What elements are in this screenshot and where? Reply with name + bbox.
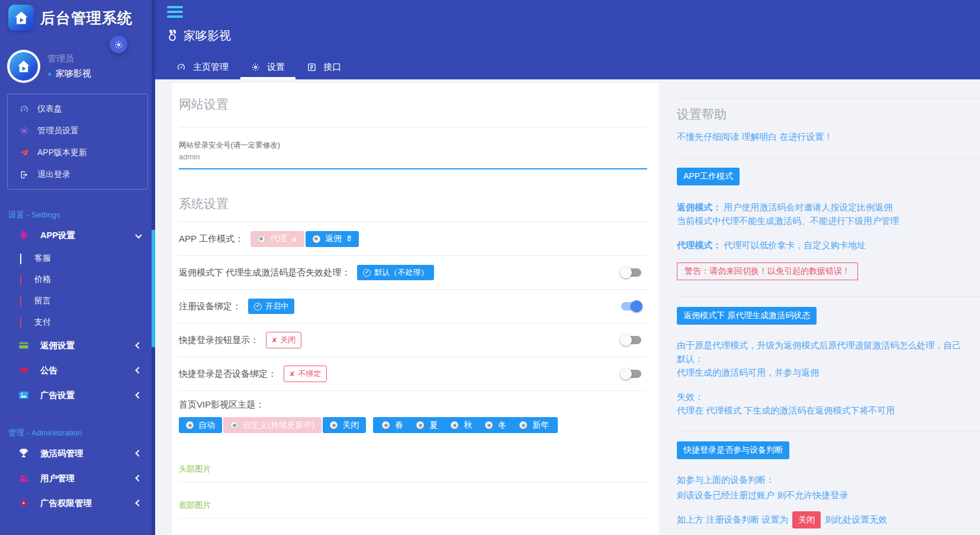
- sidebar-subitem-payment[interactable]: 支付: [0, 312, 155, 333]
- chevron-left-icon: [135, 367, 142, 373]
- radio-icon: [186, 421, 194, 429]
- radio-icon: [313, 235, 320, 243]
- image-icon: [18, 390, 30, 401]
- gears-icon: [18, 126, 30, 136]
- chevron-left-icon: [135, 499, 142, 506]
- settings-fab-button[interactable]: [110, 36, 127, 53]
- lock-icon: [291, 236, 297, 242]
- help-panel: 设置帮助 不懂先仔细阅读 理解明白 在进行设置！ APP工作模式 返佣模式： 用…: [677, 79, 980, 535]
- avatar: [7, 50, 40, 83]
- radio-icon: [416, 421, 424, 429]
- tab-api[interactable]: 接口: [297, 55, 352, 79]
- tab-settings[interactable]: 设置: [240, 55, 295, 79]
- sidebar-subitem-message[interactable]: 留言: [0, 290, 155, 312]
- chevron-left-icon: [135, 392, 142, 398]
- hamburger-menu-icon[interactable]: [167, 6, 183, 20]
- theme-custom-option[interactable]: 自定义(持续更新中): [223, 417, 322, 433]
- arrow-right-icon: [20, 318, 21, 327]
- chevron-left-icon: [135, 475, 142, 481]
- api-doc-icon: [307, 63, 316, 72]
- row-work-mode: APP 工作模式： 代理 返佣: [179, 222, 647, 256]
- theme-season-summer[interactable]: 夏: [410, 420, 444, 431]
- sidebar-item-activation-codes[interactable]: 激活码管理: [0, 441, 155, 466]
- sidebar: 后台管理系统 管理员 ● 家哆影视 仪表盘 管理员设置 APP版本更新: [0, 0, 155, 535]
- quick-login-button-toggle[interactable]: [621, 336, 641, 344]
- theme-off-option[interactable]: 关闭: [323, 417, 366, 433]
- gear-icon: [251, 63, 260, 72]
- theme-season-autumn[interactable]: 秋: [444, 420, 478, 431]
- header-image-label: 头部图片: [179, 464, 647, 475]
- help-title: 设置帮助: [677, 106, 980, 123]
- sidebar-item-ad-settings[interactable]: 广告设置: [0, 383, 155, 408]
- trophy-icon: [18, 448, 30, 459]
- sidebar-item-rebate-settings[interactable]: 返佣设置: [0, 333, 155, 358]
- device-binding-badge[interactable]: ✔ 开启中: [248, 299, 294, 314]
- medal-icon: [167, 30, 178, 43]
- user-profile: 管理员 ● 家哆影视: [7, 50, 155, 83]
- radio-icon: [519, 421, 527, 429]
- radio-icon: [485, 421, 493, 429]
- dashboard-icon: [18, 104, 30, 114]
- sidebar-subitem-price[interactable]: 价格: [0, 269, 155, 290]
- quick-login-binding-badge[interactable]: ✘ 不绑定: [284, 366, 327, 382]
- chevron-left-icon: [135, 450, 142, 456]
- radio-icon: [330, 421, 338, 429]
- sidebar-item-user-management[interactable]: 用户管理: [0, 466, 155, 491]
- invalid-handling-toggle[interactable]: [621, 268, 641, 277]
- theme-season-newyear[interactable]: 新年: [513, 420, 555, 431]
- theme-auto-option[interactable]: 自动: [179, 417, 222, 433]
- cross-icon: ✘: [290, 370, 295, 378]
- help-tag-work-mode: APP工作模式: [677, 168, 740, 185]
- theme-season-winter[interactable]: 冬: [478, 420, 513, 431]
- row-quick-login-button: 快捷登录按钮显示： ✘ 关闭: [179, 323, 647, 357]
- sidebar-scrollbar-thumb[interactable]: [152, 230, 155, 347]
- device-binding-toggle[interactable]: [621, 302, 641, 310]
- chevron-down-icon: [135, 232, 142, 238]
- warning-box: 警告：请勿来回切换！以免引起的数据错误！: [677, 262, 858, 280]
- sidebar-item-app-settings[interactable]: APP设置: [0, 223, 155, 248]
- quick-login-binding-toggle[interactable]: [621, 370, 641, 378]
- security-code-field[interactable]: 网站登录安全号(请一定要修改) admin: [179, 140, 647, 169]
- radio-icon: [258, 235, 265, 243]
- row-quick-login-binding: 快捷登录是否设备绑定： ✘ 不绑定: [179, 357, 647, 391]
- chevron-left-icon: [135, 342, 142, 348]
- page-title: 家哆影视: [184, 28, 231, 44]
- sidebar-item-announcement[interactable]: 公告: [0, 358, 155, 383]
- quick-login-button-badge[interactable]: ✘ 关闭: [266, 332, 301, 348]
- users-icon: [18, 473, 30, 483]
- sidebar-subitem-customer-service[interactable]: 客服: [0, 248, 155, 269]
- vip-theme-block: 首页VIP影视区主题： 自动 自定义(持续更新中) 关闭: [179, 391, 647, 435]
- closed-tag: 关闭: [792, 511, 821, 528]
- arrow-right-icon: [20, 296, 21, 306]
- sidebar-item-dashboard[interactable]: 仪表盘: [8, 98, 147, 120]
- row-device-binding: 注册设备绑定： ✔ 开启中: [179, 290, 647, 323]
- radio-icon: [451, 421, 458, 429]
- logout-icon: [18, 170, 30, 180]
- sidebar-item-ad-permissions[interactable]: A 广告权限管理: [0, 491, 155, 515]
- radio-icon: [382, 421, 390, 429]
- online-dot-icon: ●: [47, 69, 52, 78]
- gear-badge-icon: A: [18, 498, 30, 508]
- work-mode-rebate-option[interactable]: 返佣: [306, 231, 359, 247]
- paper-plane-icon: [18, 148, 30, 158]
- bullhorn-icon: [18, 365, 30, 376]
- help-tag-quick-login-judge: 快捷登录是否参与设备判断: [677, 441, 789, 459]
- tab-home-management[interactable]: 主页管理: [166, 55, 239, 79]
- work-mode-agent-option[interactable]: 代理: [250, 231, 304, 247]
- sidebar-item-admin-settings[interactable]: 管理员设置: [8, 120, 147, 142]
- theme-season-group: 春 夏 秋 冬 新年: [373, 417, 558, 433]
- vip-theme-label: 首页VIP影视区主题：: [179, 399, 647, 411]
- arrow-right-icon: [20, 275, 21, 284]
- check-circle-icon: ✔: [363, 269, 371, 277]
- section-title-site: 网站设置: [179, 96, 647, 113]
- android-icon: [18, 230, 30, 241]
- gears-icon: [114, 40, 123, 49]
- security-code-input[interactable]: admin: [179, 152, 647, 161]
- sidebar-item-logout[interactable]: 退出登录: [8, 164, 147, 185]
- invalid-handling-badge[interactable]: ✔ 默认（不处理）: [357, 265, 434, 280]
- help-tag-code-status: 返佣模式下 原代理生成激活码状态: [677, 307, 817, 325]
- arrow-right-icon: [20, 254, 21, 263]
- theme-season-spring[interactable]: 春: [375, 420, 410, 431]
- sidebar-item-app-update[interactable]: APP版本更新: [8, 142, 147, 164]
- security-code-label: 网站登录安全号(请一定要修改): [179, 140, 647, 150]
